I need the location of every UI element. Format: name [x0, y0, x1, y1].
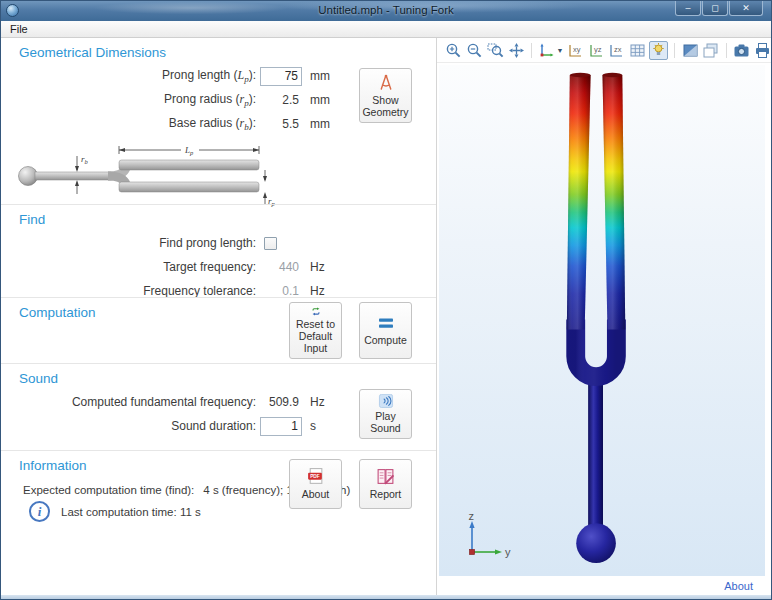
image-snapshot-icon[interactable]: [733, 41, 751, 60]
axis-y-label: y: [505, 546, 511, 558]
axis-z-label: z: [469, 512, 475, 522]
play-sound-button[interactable]: Play Sound: [359, 389, 412, 439]
reset-to-default-input-button[interactable]: Reset to Default Input: [289, 302, 342, 359]
info-icon: i: [29, 501, 50, 522]
geometry-compass-icon: [375, 73, 397, 92]
find-prong-length-row: Find prong length:: [1, 231, 436, 255]
target-frequency-value: 440: [260, 260, 302, 274]
show-geometry-button[interactable]: Show Geometry: [359, 68, 412, 123]
zoom-out-icon[interactable]: [466, 41, 484, 60]
default-3d-view-icon[interactable]: [538, 41, 556, 60]
menubar: File: [1, 21, 771, 38]
about-button[interactable]: PDF About: [289, 459, 342, 509]
zx-view-icon[interactable]: zx: [608, 41, 626, 60]
svg-text:xy: xy: [573, 45, 581, 54]
prong-radius-value[interactable]: 2.5: [260, 93, 302, 107]
titlebar[interactable]: Untitled.mph - Tuning Fork – ◻ ✕: [1, 1, 771, 21]
yz-view-icon[interactable]: yz: [587, 41, 605, 60]
report-icon: [376, 467, 395, 486]
base-radius-value[interactable]: 5.5: [260, 117, 302, 131]
close-button[interactable]: ✕: [729, 1, 763, 16]
toolbar-separator: [531, 43, 532, 58]
compute-button[interactable]: Compute: [359, 302, 412, 359]
svg-text:yz: yz: [594, 45, 602, 54]
pdf-document-icon: PDF: [306, 467, 325, 486]
window-bottom-frame: [1, 595, 771, 599]
print-icon[interactable]: [753, 41, 771, 60]
target-frequency-row: Target frequency: 440 Hz: [1, 255, 436, 279]
scene-light-icon[interactable]: [649, 41, 668, 60]
menu-file[interactable]: File: [10, 23, 28, 35]
section-title: Geometrical Dimensions: [1, 38, 436, 64]
copy-image-icon[interactable]: [702, 41, 720, 60]
section-sound: Sound Computed fundamental frequency: 50…: [1, 363, 436, 450]
section-title: Find: [1, 205, 436, 231]
graphics-panel: ▼ xy yz zx: [436, 38, 771, 595]
default-view-dropdown-caret[interactable]: ▼: [557, 47, 564, 54]
tuning-fork-3d-render: [439, 65, 765, 576]
find-prong-length-checkbox[interactable]: [264, 237, 277, 250]
reset-cycle-icon: [306, 307, 326, 316]
section-computation: Computation Reset to Default Input: [1, 297, 436, 363]
prong-length-input[interactable]: [260, 67, 302, 86]
computed-frequency-value: 509.9: [260, 395, 302, 409]
zoom-in-icon[interactable]: [445, 41, 463, 60]
3d-graphics-canvas[interactable]: z y: [439, 65, 765, 576]
sound-duration-input[interactable]: [260, 417, 302, 436]
svg-text:rb: rb: [81, 154, 89, 165]
graphics-toolbar: ▼ xy yz zx: [437, 38, 771, 63]
zoom-box-icon[interactable]: [486, 41, 504, 60]
window-title: Untitled.mph - Tuning Fork: [1, 4, 771, 16]
about-row: About: [439, 576, 765, 595]
sound-waves-icon: [376, 394, 396, 408]
maximize-button[interactable]: ◻: [702, 1, 728, 16]
svg-text:zx: zx: [614, 45, 622, 54]
report-button[interactable]: Report: [359, 459, 412, 509]
svg-text:Lp: Lp: [184, 145, 194, 156]
frequency-tolerance-value: 0.1: [260, 284, 302, 298]
section-information: Information Expected computation time (f…: [1, 450, 436, 561]
axis-triad: z y: [461, 512, 513, 564]
compute-equals-icon: [376, 314, 396, 332]
xy-view-icon[interactable]: xy: [566, 41, 584, 60]
toolbar-separator: [674, 43, 675, 58]
app-window: Untitled.mph - Tuning Fork – ◻ ✕ File Ge…: [0, 0, 772, 600]
section-geometrical-dimensions: Geometrical Dimensions Prong length (Lp)…: [1, 38, 436, 204]
form-panel: Geometrical Dimensions Prong length (Lp)…: [1, 38, 436, 595]
section-title: Sound: [1, 364, 436, 390]
show-grid-icon[interactable]: [629, 41, 647, 60]
minimize-button[interactable]: –: [675, 1, 701, 16]
section-find: Find Find prong length: Target frequency…: [1, 204, 436, 297]
tuning-fork-schematic: Lp rb rp: [13, 144, 278, 208]
transparency-icon[interactable]: [681, 41, 699, 60]
zoom-extents-icon[interactable]: [507, 41, 525, 60]
svg-text:PDF: PDF: [310, 475, 320, 480]
toolbar-separator: [726, 43, 727, 58]
about-link[interactable]: About: [724, 580, 753, 592]
